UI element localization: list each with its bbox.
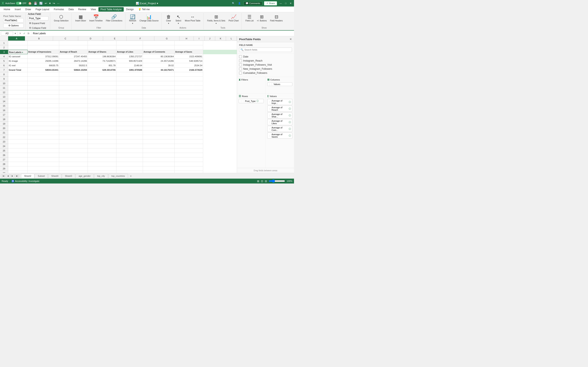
cell-C20[interactable] (59, 126, 88, 131)
cell-E14[interactable] (116, 99, 143, 104)
cell-C21[interactable] (59, 131, 88, 135)
select-btn[interactable]: ↖ Select ▾ (174, 14, 183, 25)
cell-F17[interactable] (143, 113, 174, 117)
cell-C18[interactable] (59, 117, 88, 122)
filter-connections-btn[interactable]: 🔗 Filter Connections (105, 14, 124, 23)
cell-E1[interactable] (116, 41, 143, 45)
page-layout-btn[interactable]: ⊡ (261, 180, 263, 183)
cell-E29[interactable] (116, 166, 143, 171)
cell-A2[interactable] (8, 45, 27, 50)
zoom-slider[interactable] (269, 179, 285, 183)
cell-C24[interactable] (59, 144, 88, 149)
cell-F22[interactable] (143, 135, 174, 140)
cell-D14[interactable] (88, 99, 116, 104)
cell-G22[interactable] (174, 135, 203, 140)
cell-G1[interactable] (174, 41, 203, 45)
row-num-11[interactable]: 11 (0, 86, 8, 90)
more-options-btn[interactable]: ··· (57, 1, 60, 5)
rows-chip-info[interactable]: ⓘ (256, 100, 259, 103)
cell-B14[interactable] (27, 99, 59, 104)
cell-B13[interactable] (27, 95, 59, 99)
formula-input[interactable] (32, 32, 293, 35)
cell-G5[interactable]: 548.9285714 (174, 59, 203, 63)
col-header-G[interactable]: G (154, 36, 180, 41)
cell-E27[interactable] (116, 157, 143, 162)
row-num-8[interactable]: 8 (0, 72, 8, 77)
cell-A19[interactable] (8, 122, 27, 126)
menu-tell-me[interactable]: 💡 Tell me (136, 7, 152, 12)
cell-B21[interactable] (27, 131, 59, 135)
options-btn[interactable]: ⚙ Options (3, 24, 24, 28)
row-num-18[interactable]: 18 (0, 117, 8, 122)
cell-G7[interactable]: 2166.573529 (174, 68, 203, 72)
cell-A30[interactable] (8, 171, 27, 173)
field-reach-checkbox[interactable] (239, 59, 242, 62)
cell-B30[interactable] (27, 171, 59, 173)
row-num-27[interactable]: 27 (0, 157, 8, 162)
row-num-19[interactable]: 19 (0, 122, 8, 126)
cell-A27[interactable] (8, 157, 27, 162)
cell-D5[interactable]: 73.71428571 (88, 59, 116, 63)
cell-A18[interactable] (8, 117, 27, 122)
cell-B11[interactable] (27, 86, 59, 90)
field-search-input[interactable] (244, 49, 291, 51)
values-chip-saves[interactable]: ⋮ Average of Saves ⓘ (267, 133, 292, 139)
cell-A3[interactable]: Row Labels ▾ (8, 50, 27, 54)
cell-G10[interactable] (174, 81, 203, 86)
row-num-23[interactable]: 23 (0, 140, 8, 144)
cell-D22[interactable] (88, 135, 116, 140)
menu-insert[interactable]: Insert (13, 7, 23, 12)
row-num-1[interactable]: 1 (0, 41, 8, 45)
cell-B8[interactable] (27, 72, 59, 77)
cell-B23[interactable] (27, 140, 59, 144)
row-num-24[interactable]: 24 (0, 144, 8, 149)
cell-C15[interactable] (59, 104, 88, 108)
cell-F23[interactable] (143, 140, 174, 144)
cell-A6[interactable]: IG reel (8, 63, 27, 68)
sheet-tab-top-countries[interactable]: top_countries (108, 174, 128, 178)
row-num-16[interactable]: 16 (0, 108, 8, 113)
cell-E4[interactable]: 1350.272727 (116, 54, 143, 59)
cell-B22[interactable] (27, 135, 59, 140)
cell-F3[interactable]: Average of Comments (143, 50, 174, 54)
cell-A23[interactable] (8, 140, 27, 144)
cell-C26[interactable] (59, 153, 88, 157)
sheet-tab-sheet4[interactable]: Sheet4 (48, 174, 61, 178)
row-num-30[interactable]: 30 (0, 171, 8, 173)
cell-G26[interactable] (174, 153, 203, 157)
cell-F24[interactable] (143, 144, 174, 149)
cell-E3[interactable]: Average of Likes (116, 50, 143, 54)
row-num-6[interactable]: 6 (0, 63, 8, 68)
cell-G4[interactable]: 1523.409091 (174, 54, 203, 59)
comments-btn[interactable]: 💬 Comments (243, 1, 262, 6)
cell-C13[interactable] (59, 95, 88, 99)
cell-C14[interactable] (59, 99, 88, 104)
cell-B26[interactable] (27, 153, 59, 157)
cell-G17[interactable] (174, 113, 203, 117)
values-chip-reach[interactable]: ⋮ Average of Reach ⓘ (267, 106, 292, 112)
cell-A13[interactable] (8, 95, 27, 99)
cell-A26[interactable] (8, 153, 27, 157)
cell-G6[interactable]: 2534.54 (174, 63, 203, 68)
row-num-14[interactable]: 14 (0, 99, 8, 104)
cell-D6[interactable]: 801.78 (88, 63, 116, 68)
cell-B7[interactable]: 58044.65441 (27, 68, 59, 72)
cell-D23[interactable] (88, 140, 116, 144)
cell-D4[interactable]: 198.8636364 (88, 54, 116, 59)
sheet-nav-first[interactable]: |◀ (1, 174, 6, 177)
cell-B18[interactable] (27, 117, 59, 122)
clear-dropdown[interactable]: ▾ (168, 22, 169, 25)
filter-icon[interactable]: ▾ (22, 51, 23, 53)
cell-C25[interactable] (59, 149, 88, 153)
sheet-tab-sheet3[interactable]: Sheet3 (62, 174, 75, 178)
cell-A29[interactable] (8, 166, 27, 171)
cell-B10[interactable] (27, 81, 59, 86)
cell-D12[interactable] (88, 90, 116, 95)
cell-E17[interactable] (116, 113, 143, 117)
cell-D25[interactable] (88, 149, 116, 153)
cell-F15[interactable] (143, 104, 174, 108)
cell-B17[interactable] (27, 113, 59, 117)
cell-A12[interactable] (8, 90, 27, 95)
cell-G21[interactable] (174, 131, 203, 135)
cell-B16[interactable] (27, 108, 59, 113)
